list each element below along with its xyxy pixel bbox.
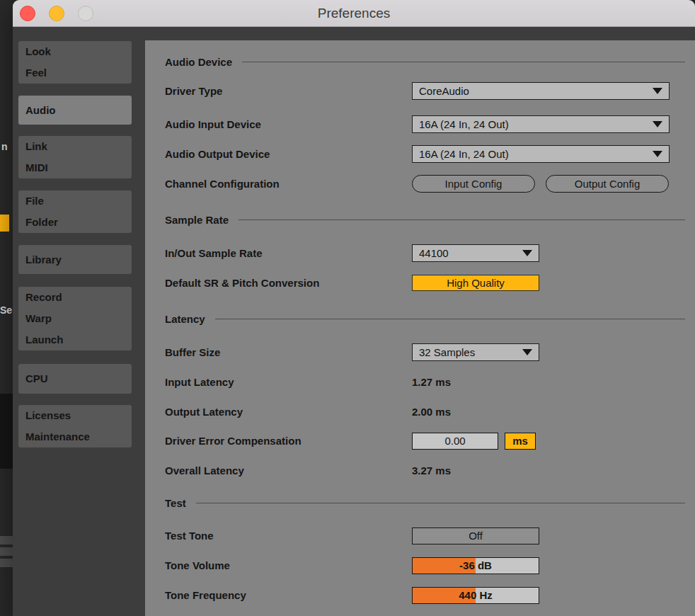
- tone-volume-slider[interactable]: -36 dB: [412, 557, 539, 574]
- tone-frequency-slider[interactable]: 440 Hz: [412, 587, 539, 604]
- driver-type-dropdown[interactable]: CoreAudio: [412, 82, 670, 100]
- minimize-button[interactable]: [49, 6, 64, 21]
- dropdown-value: 16A (24 In, 24 Out): [419, 148, 509, 160]
- tab-label: CPU: [25, 368, 132, 389]
- row-test-tone: Test Tone Off: [165, 527, 670, 544]
- tab-label: Maintenance: [25, 426, 132, 447]
- tab-label: Licenses: [25, 405, 132, 426]
- row-buffer-size: Buffer Size 32 Samples: [165, 343, 670, 361]
- tone-frequency-value: 440 Hz: [413, 588, 539, 603]
- field-label: Audio Output Device: [165, 148, 412, 160]
- chevron-down-icon: [522, 349, 532, 355]
- sidebar-tab-audio[interactable]: Audio: [18, 96, 132, 125]
- audio-preferences-panel: Audio Device Driver Type CoreAudio Audio…: [145, 40, 695, 616]
- tone-volume-value: -36 dB: [413, 558, 539, 573]
- sidebar-tab-file-folder[interactable]: File Folder: [18, 190, 132, 233]
- chevron-down-icon: [653, 121, 662, 127]
- titlebar[interactable]: Preferences: [13, 0, 695, 27]
- background-dark-clip: [0, 394, 13, 469]
- row-sr-pitch-conversion: Default SR & Pitch Conversion High Quali…: [165, 274, 670, 292]
- field-label: Test Tone: [165, 530, 412, 542]
- dropdown-value: CoreAudio: [419, 85, 469, 97]
- section-divider: [215, 319, 685, 319]
- tab-label: Folder: [25, 212, 132, 233]
- field-label: Overall Latency: [165, 464, 412, 477]
- row-driver-error-compensation: Driver Error Compensation 0.00 ms: [165, 432, 670, 450]
- row-in-out-sample-rate: In/Out Sample Rate 44100: [165, 244, 670, 262]
- sidebar-tab-link-midi[interactable]: Link MIDI: [18, 136, 132, 178]
- ms-unit-badge[interactable]: ms: [505, 433, 536, 450]
- chevron-down-icon: [653, 88, 662, 94]
- preferences-window: Preferences Look Feel Audio Link MIDI Fi…: [13, 0, 695, 616]
- section-divider: [242, 62, 685, 62]
- sidebar-tab-look-feel[interactable]: Look Feel: [18, 41, 132, 84]
- field-label: Driver Error Compensation: [165, 435, 412, 447]
- dropdown-value: 44100: [419, 247, 449, 259]
- field-label: Audio Input Device: [165, 118, 412, 130]
- field-label: Tone Frequency: [165, 589, 412, 601]
- tab-label: Library: [25, 249, 132, 270]
- field-label: Tone Volume: [165, 559, 412, 571]
- driver-error-compensation-input[interactable]: 0.00: [412, 433, 498, 450]
- chevron-down-icon: [522, 250, 532, 256]
- close-button[interactable]: [20, 6, 35, 21]
- background-text-fragment: n: [1, 141, 8, 152]
- input-config-button[interactable]: Input Config: [412, 175, 535, 193]
- row-driver-type: Driver Type CoreAudio: [165, 82, 670, 100]
- tab-label: File: [25, 190, 132, 212]
- test-tone-toggle[interactable]: Off: [412, 527, 539, 544]
- row-audio-input-device: Audio Input Device 16A (24 In, 24 Out): [165, 115, 670, 133]
- background-row-clip: [0, 559, 13, 567]
- row-audio-output-device: Audio Output Device 16A (24 In, 24 Out): [165, 145, 670, 163]
- field-label: Buffer Size: [165, 346, 412, 358]
- output-config-button[interactable]: Output Config: [546, 175, 669, 193]
- chevron-down-icon: [653, 151, 662, 157]
- window-title: Preferences: [318, 6, 390, 21]
- high-quality-toggle[interactable]: High Quality: [412, 275, 539, 291]
- tab-label: Feel: [25, 62, 132, 84]
- section-header-latency: Latency: [165, 310, 685, 327]
- zoom-button-disabled: [78, 6, 93, 21]
- row-input-latency: Input Latency 1.27 ms: [165, 373, 670, 391]
- dropdown-value: 16A (24 In, 24 Out): [419, 118, 509, 130]
- background-yellow-clip: [0, 215, 9, 232]
- section-divider: [239, 219, 685, 220]
- dropdown-value: 32 Samples: [419, 346, 475, 358]
- field-label: Output Latency: [165, 406, 412, 418]
- buffer-size-dropdown[interactable]: 32 Samples: [412, 343, 539, 361]
- section-header-sample-rate: Sample Rate: [165, 211, 685, 228]
- traffic-lights: [20, 6, 93, 21]
- field-label: Channel Configuration: [165, 178, 412, 190]
- field-label: In/Out Sample Rate: [165, 247, 412, 259]
- section-divider: [196, 503, 685, 503]
- tab-label: Link: [25, 136, 132, 157]
- section-title: Sample Rate: [165, 214, 229, 226]
- audio-input-device-dropdown[interactable]: 16A (24 In, 24 Out): [412, 115, 670, 133]
- section-title: Test: [165, 497, 186, 509]
- sidebar-tab-licenses-maintenance[interactable]: Licenses Maintenance: [18, 405, 132, 447]
- output-latency-value: 2.00 ms: [412, 406, 451, 418]
- tab-label: MIDI: [25, 157, 132, 178]
- audio-output-device-dropdown[interactable]: 16A (24 In, 24 Out): [412, 145, 670, 163]
- sidebar-tab-cpu[interactable]: CPU: [18, 364, 132, 394]
- row-channel-configuration: Channel Configuration Input Config Outpu…: [165, 175, 670, 193]
- section-title: Audio Device: [165, 56, 232, 68]
- tab-label: Audio: [25, 100, 132, 121]
- background-row-clip: [0, 536, 13, 544]
- row-output-latency: Output Latency 2.00 ms: [165, 403, 670, 421]
- field-label: Driver Type: [165, 85, 412, 97]
- input-latency-value: 1.27 ms: [412, 376, 451, 388]
- sidebar-tab-library[interactable]: Library: [18, 245, 132, 274]
- tab-label: Warp: [25, 308, 132, 329]
- sidebar-tab-record-warp-launch[interactable]: Record Warp Launch: [18, 287, 132, 350]
- background-row-clip: [0, 547, 13, 556]
- background-text-fragment: Se: [0, 304, 12, 316]
- row-tone-volume: Tone Volume -36 dB: [165, 557, 670, 574]
- window-body: Look Feel Audio Link MIDI File Folder Li…: [13, 27, 695, 616]
- row-tone-frequency: Tone Frequency 440 Hz: [165, 586, 670, 604]
- sample-rate-dropdown[interactable]: 44100: [412, 244, 539, 262]
- tab-label: Launch: [25, 329, 132, 350]
- sidebar: Look Feel Audio Link MIDI File Folder Li…: [13, 27, 145, 616]
- tab-label: Look: [25, 41, 132, 62]
- section-title: Latency: [165, 313, 205, 325]
